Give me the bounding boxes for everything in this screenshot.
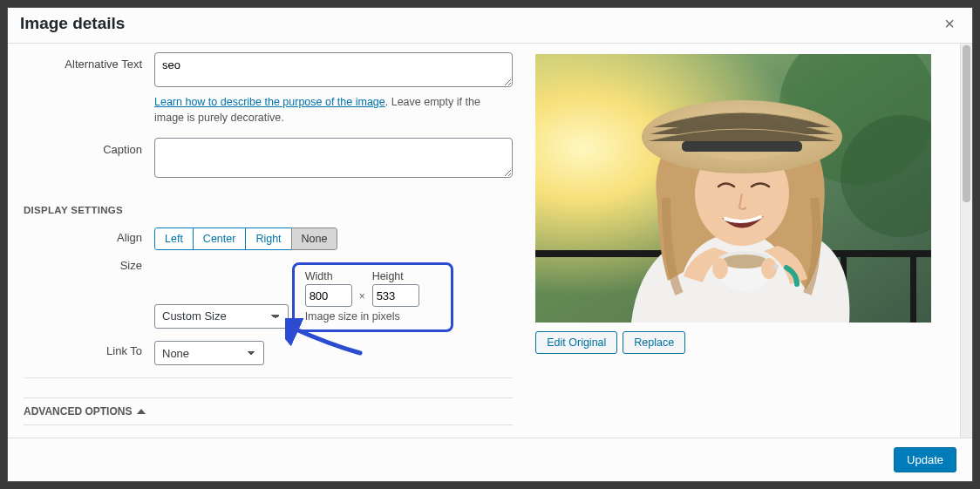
settings-pane: Alternative Text seo Learn how to descri…	[8, 44, 528, 438]
modal-title: Image details	[20, 14, 125, 33]
align-left-button[interactable]: Left	[154, 228, 194, 250]
svg-point-12	[722, 255, 767, 268]
modal-header: Image details ×	[8, 8, 972, 44]
image-details-modal: Image details × Alternative Text seo Lea…	[7, 7, 973, 482]
caption-label: Caption	[24, 138, 154, 156]
display-settings-heading: DISPLAY SETTINGS	[24, 205, 513, 215]
align-row: Align Left Center Right None	[24, 228, 513, 250]
custom-size-highlight: Width × Height Image size in pixels	[292, 262, 453, 332]
scrollbar-track[interactable]	[960, 44, 972, 438]
edit-original-button[interactable]: Edit Original	[535, 331, 617, 354]
align-right-button[interactable]: Right	[245, 228, 291, 250]
advanced-options-label: ADVANCED OPTIONS	[24, 405, 132, 418]
align-button-group: Left Center Right None	[154, 228, 337, 250]
link-to-select[interactable]: None	[154, 341, 264, 365]
link-to-label: Link To	[24, 341, 154, 357]
caption-row: Caption	[24, 138, 513, 180]
width-label: Width	[305, 270, 352, 282]
align-label: Align	[24, 228, 154, 244]
replace-button[interactable]: Replace	[623, 331, 685, 354]
dimension-hint: Image size in pixels	[305, 310, 419, 323]
size-row: Size Custom Size Width ×	[24, 255, 513, 332]
width-input[interactable]	[305, 284, 352, 307]
alt-text-label: Alternative Text	[24, 52, 154, 71]
link-to-row: Link To None	[24, 341, 513, 365]
modal-body: Alternative Text seo Learn how to descri…	[8, 44, 972, 438]
dimension-multiply-icon: ×	[359, 290, 365, 307]
image-preview	[535, 54, 931, 323]
alt-hint-link[interactable]: Learn how to describe the purpose of the…	[154, 96, 385, 108]
divider	[24, 377, 513, 378]
caption-input[interactable]	[154, 138, 513, 178]
svg-rect-7	[910, 250, 916, 323]
alt-text-input[interactable]: seo	[154, 52, 513, 87]
advanced-options-toggle[interactable]: ADVANCED OPTIONS	[24, 397, 513, 425]
scrollbar-thumb[interactable]	[963, 45, 970, 202]
preview-pane: Edit Original Replace	[528, 44, 972, 438]
update-button[interactable]: Update	[894, 447, 956, 472]
size-label: Size	[24, 255, 154, 272]
svg-point-13	[712, 258, 728, 279]
height-input[interactable]	[372, 284, 419, 307]
modal-footer: Update	[8, 438, 972, 481]
close-icon[interactable]: ×	[939, 13, 960, 34]
alt-text-row: Alternative Text seo Learn how to descri…	[24, 52, 513, 126]
align-center-button[interactable]: Center	[193, 228, 247, 250]
height-label: Height	[372, 270, 419, 282]
svg-point-15	[773, 264, 779, 269]
image-actions: Edit Original Replace	[535, 331, 948, 354]
align-none-button[interactable]: None	[291, 228, 338, 250]
alt-text-hint: Learn how to describe the purpose of the…	[154, 95, 513, 126]
svg-rect-10	[682, 141, 802, 152]
caret-up-icon	[137, 409, 146, 414]
size-select[interactable]: Custom Size	[154, 304, 289, 329]
